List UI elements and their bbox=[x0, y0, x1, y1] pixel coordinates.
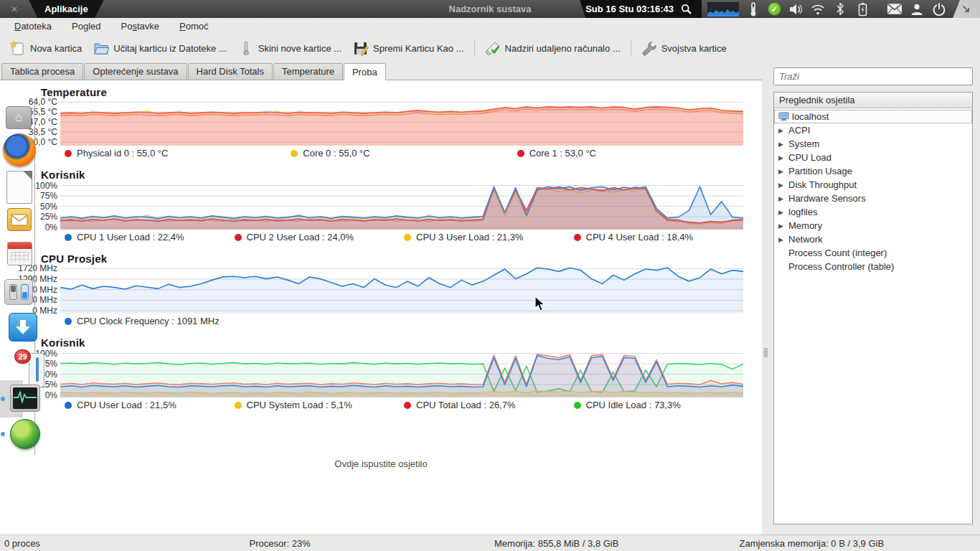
y-tick-label: 75% bbox=[40, 191, 57, 201]
menu-postavke[interactable]: Postavke bbox=[113, 19, 168, 33]
legend-item: Core 0 : 55,0 °C bbox=[291, 148, 517, 159]
y-tick-label: 1290 MHz bbox=[18, 274, 57, 284]
tree-item-partition-usage[interactable]: ▶Partition Usage bbox=[774, 164, 972, 178]
tab-proba[interactable]: Proba bbox=[344, 63, 386, 80]
toolbar-separator bbox=[474, 39, 475, 57]
tab-properties-icon bbox=[641, 40, 657, 56]
y-tick-label: 75% bbox=[40, 359, 57, 369]
menu-bar: Datoteka Pogled Postavke Pomoć bbox=[0, 18, 980, 34]
tree-item-localhost[interactable]: localhost bbox=[774, 110, 972, 123]
y-tick-label: 0 MHz bbox=[32, 306, 57, 316]
y-tick-label: 64,0 °C bbox=[29, 97, 57, 107]
tab-hard-disk-totals[interactable]: Hard Disk Totals bbox=[188, 63, 273, 80]
system-tray: ✓ bbox=[702, 0, 953, 18]
chart-plot[interactable] bbox=[60, 350, 743, 397]
button-label: Učitaj karticu iz Datoteke ... bbox=[113, 43, 227, 54]
tree-item-hardware-sensors[interactable]: ▶Hardware Sensors bbox=[774, 192, 972, 205]
tree-item-network[interactable]: ▶Network bbox=[774, 232, 972, 246]
open-file-icon bbox=[93, 40, 109, 56]
chart-plot[interactable] bbox=[60, 182, 743, 230]
mail-icon[interactable] bbox=[887, 1, 903, 17]
legend-dot bbox=[235, 402, 242, 409]
download-tabs-icon bbox=[238, 40, 254, 56]
download-tabs-button[interactable]: Skini nove kartice ... bbox=[232, 37, 347, 60]
tree-item-logfiles[interactable]: ▶logfiles bbox=[774, 205, 972, 219]
y-tick-label: 430 MHz bbox=[23, 295, 57, 305]
menu-pogled[interactable]: Pogled bbox=[63, 19, 110, 33]
clock-label: Sub 16 Stu 03:16:43 bbox=[585, 4, 674, 14]
y-tick-label: 38,5 °C bbox=[29, 127, 57, 137]
new-tab-button[interactable]: Nova kartica bbox=[4, 37, 88, 60]
chart-cpu-prosjek: CPU Prosjek 1720 MHz1290 MHz860 MHz430 M… bbox=[0, 253, 762, 326]
splitter-handle[interactable]: ≡≡≡ bbox=[762, 62, 769, 534]
collapse-panel-icon[interactable] bbox=[953, 0, 980, 18]
save-tab-as-button[interactable]: Spremi Karticu Kao ... bbox=[347, 37, 469, 60]
search-box[interactable] bbox=[773, 67, 973, 85]
tree-header: Preglednik osjetila bbox=[774, 93, 972, 108]
chart-plot[interactable] bbox=[60, 100, 743, 146]
worksheet: Temperature 64,0 °C55,5 °C47,0 °C38,5 °C… bbox=[0, 80, 762, 534]
applications-menu-button[interactable]: Aplikacije bbox=[29, 0, 104, 18]
load-tab-button[interactable]: Učitaj karticu iz Datoteke ... bbox=[88, 37, 232, 60]
tab-temperature[interactable]: Temperature bbox=[273, 63, 343, 80]
tab-opterecenje-sustava[interactable]: Opterećenje sustava bbox=[84, 63, 187, 80]
y-tick-label: 1720 MHz bbox=[18, 263, 57, 273]
save-as-icon bbox=[353, 40, 369, 56]
search-input[interactable] bbox=[774, 71, 972, 82]
clock-button[interactable]: Sub 16 Stu 03:16:43 bbox=[575, 0, 702, 18]
status-swap: Zamjenska memorija: 0 B / 3,9 GiB bbox=[735, 538, 980, 549]
legend-item: CPU 1 User Load : 22,4% bbox=[65, 232, 235, 242]
chart-title: Korisnik bbox=[41, 169, 762, 181]
legend-dot bbox=[404, 234, 411, 241]
battery-icon[interactable] bbox=[854, 1, 870, 17]
sensor-drop-zone[interactable]: Ovdje ispustite osjetilo bbox=[0, 420, 762, 507]
legend-item: CPU Clock Frequency : 1091 MHz bbox=[65, 316, 743, 326]
legend-dot bbox=[574, 402, 581, 409]
legend-dot bbox=[574, 234, 581, 241]
y-tick-label: 860 MHz bbox=[23, 285, 57, 295]
status-cpu: Procesor: 23% bbox=[245, 538, 491, 549]
chart-plot[interactable] bbox=[60, 266, 743, 314]
menu-pomoc[interactable]: Pomoć bbox=[171, 19, 217, 33]
monitor-remote-button[interactable]: Nadziri udaljeno računalo ... bbox=[479, 37, 626, 60]
legend-item: CPU User Load : 21,5% bbox=[65, 400, 235, 410]
button-label: Nova kartica bbox=[30, 43, 82, 54]
tab-properties-button[interactable]: Svojstva kartice bbox=[636, 37, 732, 60]
volume-icon[interactable] bbox=[788, 1, 804, 17]
tree-item-system[interactable]: ▶System bbox=[774, 137, 972, 151]
checkmark-badge-icon[interactable]: ✓ bbox=[768, 2, 781, 16]
chart-legend: CPU 1 User Load : 22,4% CPU 2 User Load … bbox=[65, 232, 743, 242]
tree-item-process-controller[interactable]: Process Controller (table) bbox=[774, 260, 972, 273]
graph-widget[interactable] bbox=[707, 2, 739, 17]
tree-item-cpu-load[interactable]: ▶CPU Load bbox=[774, 151, 972, 164]
close-icon[interactable]: ✕ bbox=[0, 0, 29, 18]
toolbar: Nova kartica Učitaj karticu iz Datoteke … bbox=[0, 34, 980, 62]
status-memory: Memorija: 855,8 MiB / 3,8 GiB bbox=[490, 538, 735, 549]
wifi-icon[interactable] bbox=[810, 1, 826, 17]
legend-item: CPU Total Load : 26,7% bbox=[404, 400, 574, 410]
chart-legend: Physical id 0 : 55,0 °C Core 0 : 55,0 °C… bbox=[65, 148, 743, 159]
tab-tablica-procesa[interactable]: Tablica procesa bbox=[1, 63, 83, 80]
legend-item: CPU 4 User Load : 18,4% bbox=[574, 232, 744, 242]
tree-item-disk-throughput[interactable]: ▶Disk Throughput bbox=[774, 178, 972, 192]
search-icon[interactable] bbox=[681, 4, 692, 14]
y-axis: 1720 MHz1290 MHz860 MHz430 MHz0 MHz bbox=[0, 266, 60, 314]
chart-legend: CPU User Load : 21,5% CPU System Load : … bbox=[65, 400, 743, 410]
y-tick-label: 47,0 °C bbox=[29, 117, 57, 127]
power-icon[interactable] bbox=[931, 1, 947, 17]
user-icon[interactable] bbox=[909, 1, 925, 17]
top-panel: ✕ Aplikacije Nadzornik sustava Sub 16 St… bbox=[0, 0, 980, 18]
legend-dot bbox=[65, 234, 72, 241]
bluetooth-icon[interactable] bbox=[832, 1, 848, 17]
legend-item: Physical id 0 : 55,0 °C bbox=[65, 148, 291, 159]
menu-datoteka[interactable]: Datoteka bbox=[6, 19, 60, 33]
thermometer-icon[interactable] bbox=[745, 1, 761, 17]
tree-item-memory[interactable]: ▶Memory bbox=[774, 219, 972, 232]
chart-title: Temperature bbox=[41, 86, 762, 98]
legend-dot bbox=[291, 150, 298, 157]
chart-title: CPU Prosjek bbox=[41, 253, 762, 265]
applications-label: Aplikacije bbox=[44, 4, 88, 14]
button-label: Spremi Karticu Kao ... bbox=[373, 43, 463, 54]
tree-item-acpi[interactable]: ▶ACPI bbox=[774, 123, 972, 137]
tree-item-process-count[interactable]: Process Count (integer) bbox=[774, 246, 972, 260]
